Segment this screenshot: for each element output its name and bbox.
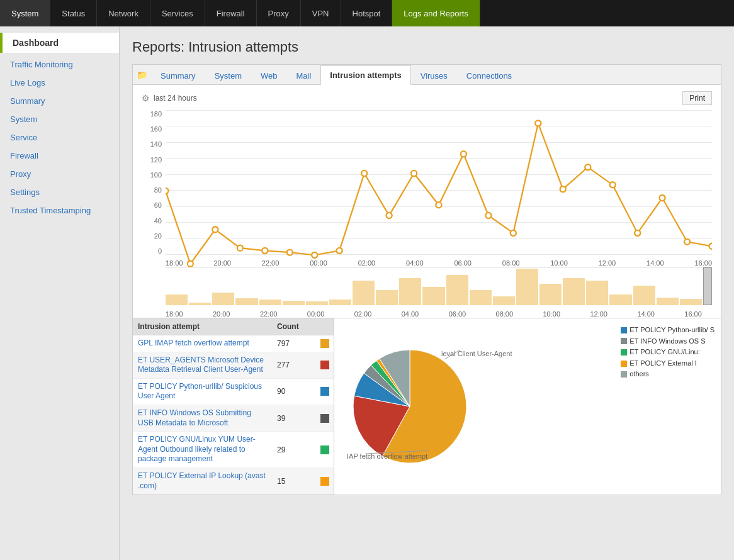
tab-web[interactable]: Web (251, 66, 287, 85)
table-cell-color (316, 477, 334, 486)
nav-system[interactable]: System (0, 0, 50, 26)
sidebar-item-system[interactable]: System (0, 110, 119, 128)
table-cell-label[interactable]: GPL IMAP fetch overflow attempt (133, 335, 272, 352)
chart-dot (485, 213, 491, 218)
color-swatch (320, 477, 329, 486)
x-label: 02:00 (358, 259, 376, 267)
chart-dot (535, 120, 541, 126)
table-row: ET POLICY External IP Lookup (avast .com… (133, 468, 334, 495)
mini-bar (539, 284, 562, 305)
table-cell-color (316, 339, 334, 348)
nav-hotspot[interactable]: Hotspot (341, 0, 393, 26)
sidebar-item-proxy[interactable]: Proxy (0, 165, 119, 183)
pie-section: ieval Client User-Agent IAP fetch overfl… (334, 318, 721, 495)
color-swatch (320, 414, 329, 423)
table-row: GPL IMAP fetch overflow attempt797 (133, 335, 334, 352)
chart-dot (387, 213, 392, 218)
table-row: ET USER_AGENTS Microsoft Device Metadata… (133, 352, 334, 379)
sidebar-item-service[interactable]: Service (0, 128, 119, 147)
line-chart-svg (166, 110, 712, 268)
nav-proxy[interactable]: Proxy (257, 0, 301, 26)
tab-viruses[interactable]: Viruses (411, 66, 457, 85)
mini-bar (516, 269, 538, 305)
chart-toolbar-left: ⚙ last 24 hours (142, 93, 197, 103)
legend-color-swatch (621, 361, 627, 367)
mini-bar (235, 298, 257, 305)
table-cell-label[interactable]: ET POLICY Python-urllib/ Suspicious User… (133, 379, 272, 405)
sidebar-item-summary[interactable]: Summary (0, 92, 119, 110)
tab-connections[interactable]: Connections (457, 66, 521, 85)
table-cell-color (316, 445, 334, 454)
sidebar-item-live-logs[interactable]: Live Logs (0, 74, 119, 92)
mini-y-axis (142, 267, 166, 318)
chart-dot (361, 171, 367, 176)
intrusion-table: Intrusion attempt Count GPL IMAP fetch o… (133, 318, 334, 495)
table-cell-label[interactable]: ET INFO Windows OS Submitting USB Metada… (133, 405, 272, 431)
mini-bar (493, 296, 515, 306)
legend-label: others (630, 369, 649, 380)
th-color (316, 318, 334, 335)
chart-dot (237, 245, 243, 251)
th-intrusion: Intrusion attempt (133, 318, 272, 335)
chart-dot (560, 186, 566, 192)
tab-intrusion-attempts[interactable]: Intrusion attempts (320, 65, 410, 85)
table-cell-label[interactable]: ET POLICY External IP Lookup (avast .com… (133, 468, 272, 494)
tabs-bar: 📁 Summary System Web Mail Intrusion atte… (132, 64, 721, 84)
th-count: Count (272, 318, 316, 335)
nav-vpn[interactable]: VPN (301, 0, 341, 26)
nav-firewall[interactable]: Firewall (205, 0, 257, 26)
tab-summary[interactable]: Summary (151, 66, 205, 85)
print-button[interactable]: Print (682, 91, 712, 105)
color-swatch (320, 387, 329, 396)
legend-item: ET POLICY External I (621, 358, 714, 369)
y-axis: 180160140120100806040200 (142, 110, 166, 267)
sidebar-header: Dashboard (0, 33, 119, 53)
y-label: 180 (150, 110, 162, 118)
table-cell-label[interactable]: ET POLICY GNU/Linux YUM User-Agent Outbo… (133, 432, 272, 468)
table-cell-count: 277 (272, 357, 316, 372)
legend-color-swatch (621, 338, 627, 344)
nav-services[interactable]: Services (150, 0, 205, 26)
mini-x-label: 14:00 (637, 310, 655, 318)
x-label: 00:00 (310, 259, 327, 267)
tab-system[interactable]: System (205, 66, 251, 85)
sidebar-item-trusted-timestamping[interactable]: Trusted Timestamping (0, 201, 119, 220)
table-row: ET POLICY GNU/Linux YUM User-Agent Outbo… (133, 432, 334, 468)
scrollbar-thumb[interactable] (703, 267, 712, 305)
gear-icon: ⚙ (142, 93, 150, 103)
legend-color-swatch (621, 371, 627, 378)
pie-label-top: ieval Client User-Agent (441, 350, 512, 357)
y-label: 140 (150, 140, 162, 148)
legend-label: ET POLICY Python-urllib/ S (630, 325, 714, 336)
chart-dot (461, 151, 466, 157)
y-label: 120 (150, 156, 162, 164)
x-label: 10:00 (550, 259, 568, 267)
chart-dot (166, 188, 169, 194)
table-cell-label[interactable]: ET USER_AGENTS Microsoft Device Metadata… (133, 352, 272, 378)
x-label: 06:00 (454, 259, 471, 267)
mini-chart-container: 18:0020:0022:0000:0002:0004:0006:0008:00… (142, 267, 712, 318)
color-swatch (320, 361, 329, 369)
scrollbar[interactable] (702, 267, 712, 318)
mini-bar (422, 287, 444, 305)
nav-logs-reports[interactable]: Logs and Reports (392, 0, 480, 26)
sidebar-item-firewall[interactable]: Firewall (0, 147, 119, 165)
y-label: 40 (154, 217, 162, 225)
sidebar-item-settings[interactable]: Settings (0, 183, 119, 201)
nav-network[interactable]: Network (97, 0, 150, 26)
legend-label: ET INFO Windows OS S (630, 336, 705, 347)
chart-panel: ⚙ last 24 hours Print 180160140120100806… (132, 84, 721, 318)
period-label: last 24 hours (154, 94, 197, 103)
main-content: Reports: Intrusion attempts 📁 Summary Sy… (120, 26, 734, 560)
x-label: 14:00 (646, 259, 664, 267)
table-cell-color (316, 414, 334, 423)
chart-dot (511, 230, 516, 236)
mini-bar (563, 278, 585, 306)
mini-x-label: 12:00 (590, 310, 607, 318)
mini-bar (329, 300, 351, 305)
legend-item: others (621, 369, 714, 380)
sidebar-item-traffic-monitoring[interactable]: Traffic Monitoring (0, 55, 119, 74)
nav-status[interactable]: Status (50, 0, 97, 26)
mini-bar (446, 275, 468, 305)
tab-mail[interactable]: Mail (286, 66, 320, 85)
